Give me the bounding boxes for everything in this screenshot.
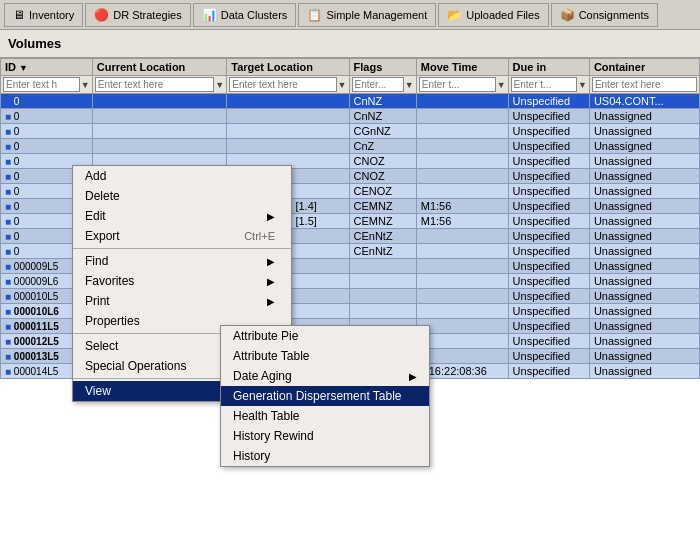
clusters-icon: 📊 <box>202 8 217 22</box>
cell-flags <box>349 289 416 304</box>
menu-item-export[interactable]: Export Ctrl+E <box>73 226 291 246</box>
filter-move-icon[interactable]: ▼ <box>497 80 506 90</box>
files-icon: 📂 <box>447 8 462 22</box>
cell-container: Unassigned <box>589 139 699 154</box>
cell-flags: CEMNZ <box>349 214 416 229</box>
submenu-history[interactable]: History <box>221 446 429 466</box>
table-row[interactable]: ■ 0 CnZ Unspecified Unassigned <box>1 139 700 154</box>
menu-item-print[interactable]: Print ▶ <box>73 291 291 311</box>
table-row[interactable]: ■ 0 CnNZ Unspecified Unassigned <box>1 109 700 124</box>
tab-simple-management[interactable]: 📋 Simple Management <box>298 3 436 27</box>
cell-move-time: M1:56 <box>416 214 508 229</box>
cell-due-in: Unspecified <box>508 184 589 199</box>
filter-move-cell: ▼ <box>416 76 508 94</box>
submenu-attr-table[interactable]: Attribute Table <box>221 346 429 366</box>
consign-icon: 📦 <box>560 8 575 22</box>
mgmt-icon: 📋 <box>307 8 322 22</box>
cell-due-in: Unspecified <box>508 169 589 184</box>
filter-target-icon[interactable]: ▼ <box>338 80 347 90</box>
filter-current-cell: ▼ <box>92 76 227 94</box>
cell-container: Unassigned <box>589 229 699 244</box>
filter-flags-icon[interactable]: ▼ <box>405 80 414 90</box>
cell-due-in: Unspecified <box>508 154 589 169</box>
tab-consignments[interactable]: 📦 Consignments <box>551 3 658 27</box>
cell-container: US04.CONT... <box>589 94 699 109</box>
filter-current-icon[interactable]: ▼ <box>215 80 224 90</box>
tab-dr-strategies[interactable]: 🔴 DR Strategies <box>85 3 190 27</box>
menu-item-edit[interactable]: Edit ▶ <box>73 206 291 226</box>
filter-flags-input[interactable] <box>352 77 404 92</box>
cell-due-in: Unspecified <box>508 334 589 349</box>
tab-consign-label: Consignments <box>579 9 649 21</box>
cell-move-time: M1:56 <box>416 199 508 214</box>
col-header-due[interactable]: Due in <box>508 59 589 76</box>
menu-item-add[interactable]: Add <box>73 166 291 186</box>
submenu-date-aging[interactable]: Date Aging ▶ <box>221 366 429 386</box>
cell-target <box>227 94 349 109</box>
filter-current-input[interactable] <box>95 77 215 92</box>
cell-target <box>227 109 349 124</box>
col-header-move[interactable]: Move Time <box>416 59 508 76</box>
cell-move-time <box>416 304 508 319</box>
filter-move-input[interactable] <box>419 77 496 92</box>
col-header-flags[interactable]: Flags <box>349 59 416 76</box>
cell-container: Unassigned <box>589 289 699 304</box>
cell-flags: CNOZ <box>349 169 416 184</box>
cell-container: Unassigned <box>589 109 699 124</box>
filter-row: ▼ ▼ ▼ <box>1 76 700 94</box>
cell-due-in: Unspecified <box>508 259 589 274</box>
cell-due-in: Unspecified <box>508 139 589 154</box>
cell-id: ■ 0 <box>1 124 93 139</box>
cell-move-time <box>416 139 508 154</box>
col-header-target[interactable]: Target Location <box>227 59 349 76</box>
table-row[interactable]: ■ 0 CnNZ Unspecified US04.CONT... <box>1 94 700 109</box>
filter-target-input[interactable] <box>229 77 336 92</box>
cell-flags: CGnNZ <box>349 124 416 139</box>
cell-flags: CEnNtZ <box>349 244 416 259</box>
menu-item-delete[interactable]: Delete <box>73 186 291 206</box>
id-sort-icon[interactable]: ▼ <box>19 63 28 73</box>
cell-due-in: Unspecified <box>508 199 589 214</box>
table-row[interactable]: ■ 0 CGnNZ Unspecified Unassigned <box>1 124 700 139</box>
col-header-current[interactable]: Current Location <box>92 59 227 76</box>
cell-move-time <box>416 259 508 274</box>
col-header-container[interactable]: Container <box>589 59 699 76</box>
filter-due-cell: ▼ <box>508 76 589 94</box>
cell-due-in: Unspecified <box>508 94 589 109</box>
filter-cont-input[interactable] <box>592 77 697 92</box>
filter-cont-cell <box>589 76 699 94</box>
view-submenu: Attribute Pie Attribute Table Date Aging… <box>220 325 430 467</box>
cell-move-time <box>416 109 508 124</box>
cell-current <box>92 124 227 139</box>
tab-data-clusters[interactable]: 📊 Data Clusters <box>193 3 297 27</box>
filter-due-icon[interactable]: ▼ <box>578 80 587 90</box>
filter-id-input[interactable] <box>3 77 80 92</box>
cell-move-time <box>416 289 508 304</box>
filter-due-input[interactable] <box>511 77 577 92</box>
filter-id-icon[interactable]: ▼ <box>81 80 90 90</box>
cell-container: Unassigned <box>589 199 699 214</box>
cell-due-in: Unspecified <box>508 274 589 289</box>
nav-bar: 🖥 Inventory 🔴 DR Strategies 📊 Data Clust… <box>0 0 700 30</box>
cell-container: Unassigned <box>589 244 699 259</box>
cell-move-time <box>416 244 508 259</box>
cell-id: ■ 0 <box>1 109 93 124</box>
submenu-health-table[interactable]: Health Table <box>221 406 429 426</box>
cell-container: Unassigned <box>589 334 699 349</box>
menu-item-favorites[interactable]: Favorites ▶ <box>73 271 291 291</box>
cell-container: Unassigned <box>589 124 699 139</box>
tab-uploaded-files[interactable]: 📂 Uploaded Files <box>438 3 548 27</box>
submenu-attr-pie[interactable]: Attribute Pie <box>221 326 429 346</box>
cell-container: Unassigned <box>589 304 699 319</box>
cell-current <box>92 109 227 124</box>
cell-move-time: D16:22:08:36 <box>416 364 508 379</box>
submenu-gen-disp[interactable]: Generation Dispersement Table <box>221 386 429 406</box>
submenu-hist-rewind[interactable]: History Rewind <box>221 426 429 446</box>
cell-flags: CENOZ <box>349 184 416 199</box>
col-header-id[interactable]: ID ▼ <box>1 59 93 76</box>
menu-item-find[interactable]: Find ▶ <box>73 251 291 271</box>
cell-container: Unassigned <box>589 364 699 379</box>
filter-id-cell: ▼ <box>1 76 93 94</box>
cell-flags <box>349 259 416 274</box>
tab-inventory[interactable]: 🖥 Inventory <box>4 3 83 27</box>
